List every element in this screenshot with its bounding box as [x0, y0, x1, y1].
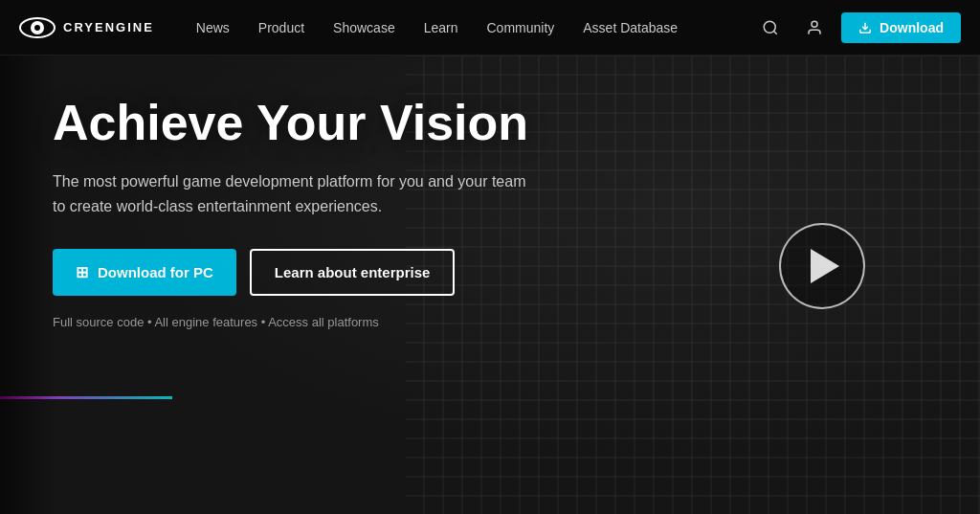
nav-link-showcase[interactable]: Showcase — [320, 0, 409, 56]
download-pc-button[interactable]: ⊞ Download for PC — [53, 249, 236, 296]
play-video-button[interactable] — [779, 223, 865, 309]
hero-buttons: ⊞ Download for PC Learn about enterprise — [53, 249, 531, 296]
nav-link-learn[interactable]: Learn — [411, 0, 472, 56]
hero-features: Full source code • All engine features •… — [53, 315, 531, 329]
search-button[interactable] — [753, 11, 788, 45]
logo[interactable]: CRYENGINE — [19, 17, 154, 38]
nav-link-product[interactable]: Product — [245, 0, 318, 56]
download-pc-label: Download for PC — [98, 264, 213, 280]
svg-point-2 — [34, 25, 40, 31]
download-icon — [858, 21, 872, 34]
download-button[interactable]: Download — [841, 12, 961, 43]
account-button[interactable] — [797, 11, 832, 45]
hero-description: The most powerful game development platf… — [53, 169, 531, 218]
svg-point-3 — [764, 21, 775, 33]
user-icon — [806, 19, 823, 36]
svg-line-4 — [774, 31, 777, 34]
nav-link-asset-database[interactable]: Asset Database — [569, 0, 691, 56]
windows-icon: ⊞ — [76, 263, 88, 281]
nav-links: News Product Showcase Learn Community As… — [183, 0, 753, 56]
hero-content: Achieve Your Vision The most powerful ga… — [53, 96, 531, 329]
main-navbar: CRYENGINE News Product Showcase Learn Co… — [0, 0, 980, 56]
enterprise-button-label: Learn about enterprise — [275, 264, 431, 280]
cryengine-logo-icon — [19, 17, 56, 38]
download-button-label: Download — [880, 20, 944, 35]
svg-point-5 — [812, 21, 817, 27]
play-triangle-icon — [811, 249, 839, 283]
nav-actions: Download — [753, 11, 961, 45]
search-icon — [762, 19, 779, 36]
nav-link-news[interactable]: News — [183, 0, 243, 56]
hero-title: Achieve Your Vision — [53, 96, 531, 150]
enterprise-button[interactable]: Learn about enterprise — [250, 249, 456, 296]
neon-accent-decoration — [0, 396, 172, 399]
nav-link-community[interactable]: Community — [473, 0, 568, 56]
logo-text: CRYENGINE — [63, 20, 154, 34]
